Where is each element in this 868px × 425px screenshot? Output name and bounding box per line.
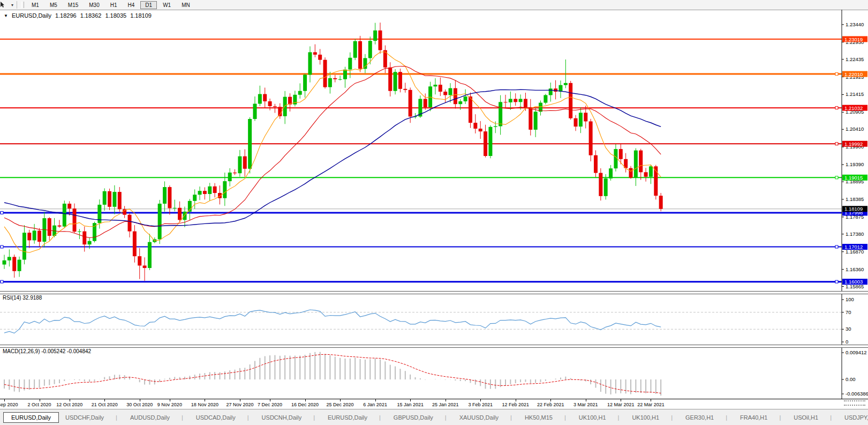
- date-label: 30 Oct 2020: [126, 402, 153, 407]
- arrow-cursor-icon[interactable]: [2, 1, 10, 9]
- tab-label: USDCAD,Daily: [196, 414, 236, 421]
- rsi-current-value: 32.9188: [22, 295, 42, 301]
- tab-eurusd-daily[interactable]: EURUSD,Daily|: [321, 412, 387, 423]
- date-tick: [586, 399, 586, 401]
- hline-left-handle[interactable]: [1, 211, 3, 214]
- timeframe-button-m5[interactable]: M5: [45, 1, 62, 9]
- timeframe-button-m1[interactable]: M1: [27, 1, 44, 9]
- svg-text:1.19390: 1.19390: [846, 161, 864, 167]
- rsi-indicator-panel[interactable]: 10070300: [0, 293, 868, 345]
- macd-indicator-panel[interactable]: 0.0094120.00-0.006386: [0, 347, 868, 399]
- rsi-line: [4, 310, 661, 333]
- hline-right-handle[interactable]: [835, 73, 838, 76]
- chart-title: ▼ EURUSD,Daily 1.18296 1.18362 1.18035 1…: [4, 12, 152, 19]
- fast-ma-line: [4, 52, 661, 253]
- tab-hk50-m15[interactable]: HK50,M15|: [518, 412, 572, 423]
- hline-right-handle[interactable]: [835, 280, 838, 283]
- date-label: 3 Feb 2021: [468, 402, 493, 407]
- toolbar-grip[interactable]: [21, 2, 24, 8]
- tab-usdcnh-daily[interactable]: USDCNH,Daily|: [255, 412, 321, 423]
- svg-text:-0.006386: -0.006386: [846, 391, 868, 397]
- ohlc-low: 1.18035: [105, 12, 126, 19]
- tab-separator: |: [671, 414, 673, 421]
- axis-corner-grip[interactable]: [844, 400, 865, 406]
- tab-separator: |: [830, 414, 832, 421]
- date-tick: [270, 399, 270, 401]
- hline-right-handle[interactable]: [835, 107, 838, 109]
- panel-splitter-rsi[interactable]: [0, 291, 868, 294]
- tab-usdjpy-h1[interactable]: USDJPY,H1|: [838, 412, 868, 423]
- tab-xauusd-daily[interactable]: XAUUSD,Daily|: [453, 412, 518, 423]
- tab-usdcad-daily[interactable]: USDCAD,Daily|: [190, 412, 255, 423]
- date-tick: [651, 399, 651, 401]
- timeframe-button-w1[interactable]: W1: [158, 1, 176, 9]
- hline-left-handle[interactable]: [1, 245, 3, 248]
- timeframe-button-h1[interactable]: H1: [105, 1, 122, 9]
- tab-usoil-h1[interactable]: USOil,H1|: [787, 412, 838, 423]
- date-tick: [104, 399, 105, 401]
- date-axis[interactable]: 23 Sep 20202 Oct 202012 Oct 202021 Oct 2…: [0, 399, 868, 409]
- timeframe-button-d1[interactable]: D1: [140, 1, 157, 9]
- tab-gbpusd-daily[interactable]: GBPUSD,Daily|: [387, 412, 453, 423]
- hline-left-handle[interactable]: [1, 280, 3, 283]
- date-tick: [516, 399, 516, 401]
- svg-text:0.00: 0.00: [846, 376, 856, 382]
- tab-label: USDJPY,H1: [844, 414, 868, 421]
- macd-signal-line: [4, 354, 661, 393]
- tab-label: GER30,H1: [685, 414, 714, 421]
- macd-signal-value: -0.004842: [67, 348, 91, 354]
- hline-right-handle[interactable]: [835, 245, 838, 248]
- toolbar-separator: [17, 1, 17, 9]
- panel-splitter-macd[interactable]: [0, 345, 868, 348]
- tab-label: USOil,H1: [794, 414, 818, 421]
- tab-uk100-h1[interactable]: UK100,H1|: [572, 412, 626, 423]
- timeframe-button-m30[interactable]: M30: [84, 1, 104, 9]
- date-label: 12 Oct 2020: [56, 402, 82, 407]
- timeframe-button-m15[interactable]: M15: [63, 1, 83, 9]
- main-price-chart[interactable]: 1.234401.229301.224351.219251.214151.209…: [0, 10, 868, 291]
- tab-audusd-daily[interactable]: AUDUSD,Daily|: [124, 412, 190, 423]
- timeframe-button-h4[interactable]: H4: [123, 1, 140, 9]
- tab-label: UK100,H1: [579, 414, 606, 421]
- chart-menu-triangle-icon[interactable]: ▼: [4, 13, 8, 18]
- ohlc-close: 1.18109: [130, 12, 152, 19]
- tab-label: FRA40,H1: [740, 414, 767, 421]
- tab-uk100-h1[interactable]: UK100,H1|: [625, 412, 679, 423]
- svg-text:70: 70: [846, 309, 851, 315]
- hline-right-handle[interactable]: [835, 143, 838, 145]
- mt4-window: ▾ M1M5M15M30H1H4D1W1MN ▼ EURUSD,Daily 1.…: [0, 0, 868, 425]
- timeframe-button-mn[interactable]: MN: [177, 1, 195, 9]
- hline-right-handle[interactable]: [835, 176, 838, 179]
- rsi-axis[interactable]: 10070300: [842, 296, 854, 345]
- tab-fra40-h1[interactable]: FRA40,H1|: [734, 412, 787, 423]
- date-tick: [140, 399, 140, 401]
- tab-ger30-h1[interactable]: GER30,H1|: [679, 412, 734, 423]
- tab-eurusd-daily[interactable]: EURUSD,Daily: [3, 412, 59, 423]
- date-label: 12 Mar 2021: [607, 402, 635, 407]
- tab-separator: |: [726, 414, 727, 421]
- svg-text:1.23440: 1.23440: [846, 21, 864, 27]
- svg-text:1.17380: 1.17380: [846, 231, 864, 237]
- date-label: 3 Mar 2021: [573, 402, 598, 407]
- macd-axis[interactable]: 0.0094120.00-0.006386: [842, 349, 868, 397]
- tab-label: UK100,H1: [632, 414, 659, 421]
- tab-label: AUDUSD,Daily: [130, 414, 170, 421]
- svg-text:1.17012: 1.17012: [844, 244, 863, 250]
- macd-name: MACD(12,26,9): [3, 348, 40, 354]
- date-label: 12 Feb 2021: [502, 402, 529, 407]
- svg-text:1.22435: 1.22435: [846, 56, 864, 62]
- date-tick: [446, 399, 446, 401]
- chart-tab-bar: EURUSD,DailyUSDCHF,Daily|AUDUSD,Daily|US…: [0, 409, 868, 425]
- date-label: 9 Nov 2020: [157, 402, 182, 407]
- tab-usdchf-daily[interactable]: USDCHF,Daily|: [59, 412, 124, 423]
- date-label: 18 Nov 2020: [191, 402, 218, 407]
- date-tick: [410, 399, 411, 401]
- slow-ma-line: [4, 90, 661, 226]
- svg-text:1.16360: 1.16360: [846, 266, 864, 272]
- tab-separator: |: [182, 414, 183, 421]
- tab-separator: |: [313, 414, 315, 421]
- cursor-dropdown-caret-icon[interactable]: ▾: [11, 3, 13, 8]
- tab-label: GBPUSD,Daily: [394, 414, 433, 421]
- tab-separator: |: [779, 414, 781, 421]
- svg-text:1.23019: 1.23019: [844, 36, 863, 42]
